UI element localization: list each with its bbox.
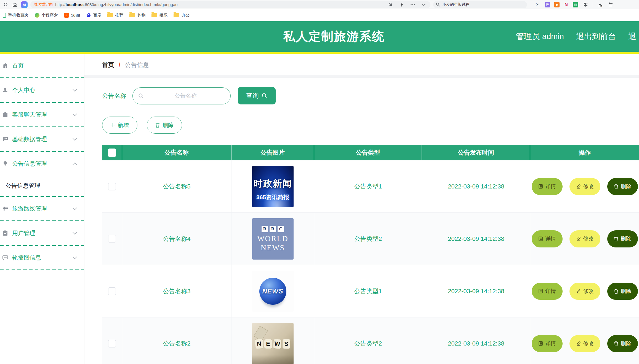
download-icon[interactable]: v: [597, 1, 603, 8]
sidebar-item-carousel-info[interactable]: 轮播图信息: [0, 246, 84, 269]
puzzle-extensions-icon[interactable]: [582, 1, 589, 8]
ai-extension-icon[interactable]: AI: [21, 1, 28, 8]
bookmark-folder-entertainment[interactable]: 娱乐: [151, 13, 167, 18]
breadcrumb-home-link[interactable]: 首页: [102, 61, 114, 69]
chevron-down-icon[interactable]: [420, 1, 427, 8]
select-all-checkbox[interactable]: [108, 149, 116, 157]
page-url: http://localhost:8080/dingzhilvyou/admin…: [55, 2, 178, 7]
more-options-icon[interactable]: [409, 1, 416, 8]
edit-button[interactable]: 修改: [569, 283, 600, 300]
delete-button[interactable]: 删除: [607, 178, 638, 195]
history-back-icon[interactable]: [607, 1, 614, 8]
sliders-icon: [2, 205, 9, 212]
sidebar-item-announcement-management[interactable]: 公告信息管理: [0, 152, 84, 176]
detail-button[interactable]: 详情: [532, 335, 563, 352]
column-header-time: 公告发布时间: [422, 145, 530, 160]
detail-button[interactable]: 详情: [532, 230, 563, 247]
announcement-type: 公告类型2: [314, 317, 422, 364]
clipboard-check-icon: [2, 230, 9, 237]
home-icon[interactable]: [12, 1, 18, 8]
browser-search-box[interactable]: [433, 1, 527, 8]
bookmark-folder-office[interactable]: 办公: [174, 13, 190, 18]
baidu-paw-icon: [86, 13, 91, 18]
1688-icon: e: [64, 13, 69, 18]
home-icon: [2, 62, 9, 69]
row-checkbox[interactable]: [108, 235, 116, 243]
announcement-image: NEWS: [252, 271, 294, 312]
edit-button[interactable]: 修改: [569, 178, 600, 195]
delete-button[interactable]: 删除: [607, 335, 638, 352]
trash-icon: [614, 289, 618, 294]
logout-link[interactable]: 退: [628, 31, 636, 42]
sidebar-item-service-chat[interactable]: 客服聊天管理: [0, 103, 84, 126]
query-button[interactable]: 查询: [238, 87, 276, 104]
bookmarks-bar: 手机收藏夹 小程序盒 e 1688 百度 推荐 购物 娱乐 办公: [0, 9, 639, 21]
trash-icon: [614, 184, 618, 189]
app-header: 私人定制旅游系统 管理员 admin 退出到前台 退: [0, 21, 639, 52]
extension-strip: ✂ 译 ◆ N ▤ v: [534, 1, 614, 8]
edit-button[interactable]: 修改: [569, 335, 600, 352]
pen-icon: [576, 341, 581, 346]
row-checkbox[interactable]: [108, 183, 116, 190]
accent-line: [0, 52, 639, 54]
select-all-cell: [102, 145, 122, 160]
row-checkbox[interactable]: [108, 340, 116, 347]
delete-button[interactable]: 删除: [607, 230, 638, 247]
table-row: 公告名称4 BBC WORLD NEWS 公告类型2 2022-03-09 14…: [102, 213, 639, 265]
translate-extension-icon[interactable]: 译: [545, 2, 550, 7]
sidebar-item-personal-center[interactable]: 个人中心: [0, 78, 84, 102]
bookmark-1688[interactable]: e 1688: [64, 13, 80, 18]
folder-icon: [129, 13, 135, 17]
admin-user-label[interactable]: 管理员 admin: [516, 31, 564, 42]
main-content: 首页 / 公告信息 公告名称 查询 新增 删除: [84, 54, 639, 364]
chevron-up-icon: [73, 163, 77, 165]
announcement-name: 公告名称3: [122, 265, 231, 317]
bookmark-folder-recommend[interactable]: 推荐: [107, 13, 123, 18]
sidebar-subitem-announcement-management[interactable]: 公告信息管理: [0, 176, 84, 196]
search-icon: [262, 93, 267, 99]
bookmark-baidu[interactable]: 百度: [86, 13, 101, 18]
edit-button[interactable]: 修改: [569, 230, 600, 247]
detail-button[interactable]: 详情: [532, 283, 563, 300]
bulk-delete-button[interactable]: 删除: [147, 117, 182, 134]
add-button[interactable]: 新增: [102, 117, 137, 134]
address-bar[interactable]: 域名重定向 http://localhost:8080/dingzhilvyou…: [30, 1, 430, 8]
bookmark-phone-favorites[interactable]: 手机收藏夹: [3, 13, 29, 18]
delete-button[interactable]: 删除: [607, 283, 638, 300]
book-extension-icon[interactable]: ▤: [573, 2, 578, 7]
svg-text:v: v: [601, 5, 602, 7]
phone-icon: [3, 13, 6, 18]
user-icon: [2, 87, 9, 94]
game-extension-icon[interactable]: ◆: [554, 2, 560, 7]
filter-label: 公告名称: [102, 92, 126, 100]
scissors-icon[interactable]: ✂: [534, 1, 541, 8]
announcement-time: 2022-03-09 14:12:38: [422, 160, 530, 212]
lightning-icon[interactable]: [398, 1, 405, 8]
pen-icon: [576, 184, 581, 189]
sidebar-item-home[interactable]: 首页: [0, 54, 84, 77]
folder-icon: [174, 13, 179, 17]
table-row: 公告名称2 NEWS 公告类型2 2022-03-09 14:12:38 详情: [102, 317, 639, 364]
announcement-table: 公告名称 公告图片 公告类型 公告发布时间 操作 公告名称5 时政新闻 365资…: [102, 145, 639, 364]
miniprogram-icon: [35, 13, 39, 18]
bookmark-miniprogram[interactable]: 小程序盒: [35, 13, 58, 18]
bookmark-folder-shopping[interactable]: 购物: [129, 13, 145, 18]
chat-bubble-icon: [2, 136, 9, 143]
browser-search-input[interactable]: [442, 2, 511, 7]
zoom-page-icon[interactable]: [387, 1, 394, 8]
announcement-name-input[interactable]: [147, 93, 225, 99]
folder-icon: [151, 13, 157, 17]
chevron-down-icon: [73, 232, 77, 234]
node-extension-icon[interactable]: N: [563, 2, 569, 7]
announcement-image: 时政新闻 365资讯简报: [252, 166, 294, 207]
announcement-name-field[interactable]: [132, 87, 231, 104]
sidebar-item-travel-routes[interactable]: 旅游路线管理: [0, 197, 84, 220]
exit-to-front-link[interactable]: 退出到前台: [576, 31, 616, 42]
announcement-name: 公告名称4: [122, 213, 231, 265]
sidebar-item-user-management[interactable]: 用户管理: [0, 221, 84, 245]
reload-icon[interactable]: [2, 1, 9, 8]
row-checkbox[interactable]: [108, 287, 116, 295]
detail-button[interactable]: 详情: [532, 178, 563, 195]
sidebar-item-basic-data[interactable]: 基础数据管理: [0, 127, 84, 151]
table-row: 公告名称5 时政新闻 365资讯简报 公告类型1 2022-03-09 14:1…: [102, 160, 639, 213]
